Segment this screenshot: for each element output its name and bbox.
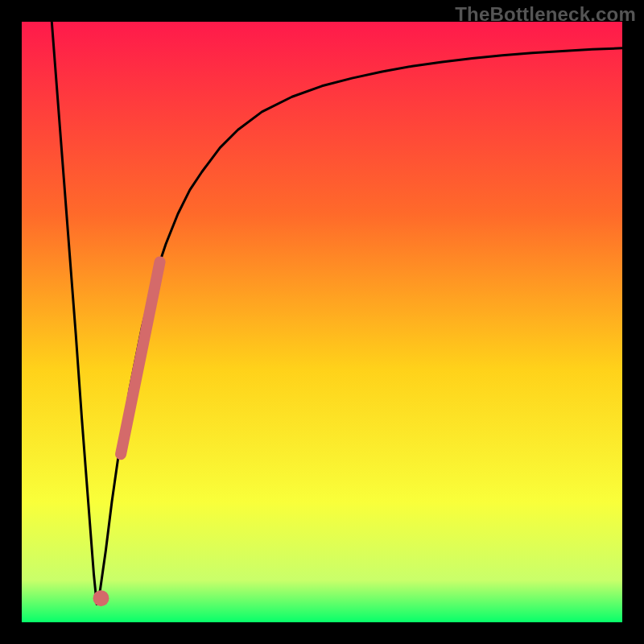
highlight-dot [93, 590, 109, 606]
chart-svg [22, 22, 622, 622]
chart-frame: TheBottleneck.com [0, 0, 644, 644]
plot-area [22, 22, 622, 622]
gradient-background [22, 22, 622, 622]
watermark-text: TheBottleneck.com [455, 3, 636, 26]
